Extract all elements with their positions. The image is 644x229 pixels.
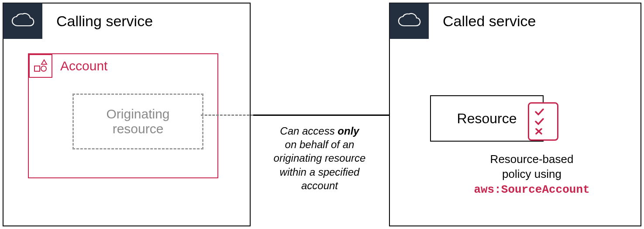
caption-line3: originating resource [274,152,366,164]
caption-bold: only [337,125,359,137]
resource-label: Resource [457,111,517,127]
caption-line4: within a specified [280,166,360,178]
caption-pre: Can access [280,125,337,137]
called-service-header: Called service [389,3,536,39]
originating-resource-box: Originating resource [72,94,203,149]
access-caption: Can access only on behalf of an originat… [254,124,385,192]
caption-line2: on behalf of an [285,139,355,150]
policy-line2: policy using [502,167,561,180]
orig-resource-line1: Originating [106,107,169,122]
svg-rect-0 [34,66,40,71]
arrow-solid-segment [253,114,412,116]
calling-service-header: Calling service [3,3,153,39]
svg-point-1 [41,66,46,71]
calling-service-title: Calling service [56,13,153,30]
called-service-panel: Called service Resource Resource-based p… [389,3,641,226]
orig-resource-line2: resource [113,121,164,137]
shapes-icon [29,54,52,78]
resource-box: Resource [430,95,544,142]
account-label: Account [60,59,107,73]
arrow-dashed-segment [201,114,253,116]
account-header: Account [29,54,107,78]
policy-condition-key: aws:SourceAccount [474,183,589,196]
caption-line5: account [301,180,338,191]
cloud-icon [3,3,42,39]
policy-line1: Resource-based [490,153,574,166]
policy-description: Resource-based policy using aws:SourceAc… [442,152,621,197]
cloud-icon [389,3,429,39]
policy-checklist-icon [528,102,558,141]
account-box: Account Originating resource [28,53,218,178]
called-service-title: Called service [443,13,536,30]
